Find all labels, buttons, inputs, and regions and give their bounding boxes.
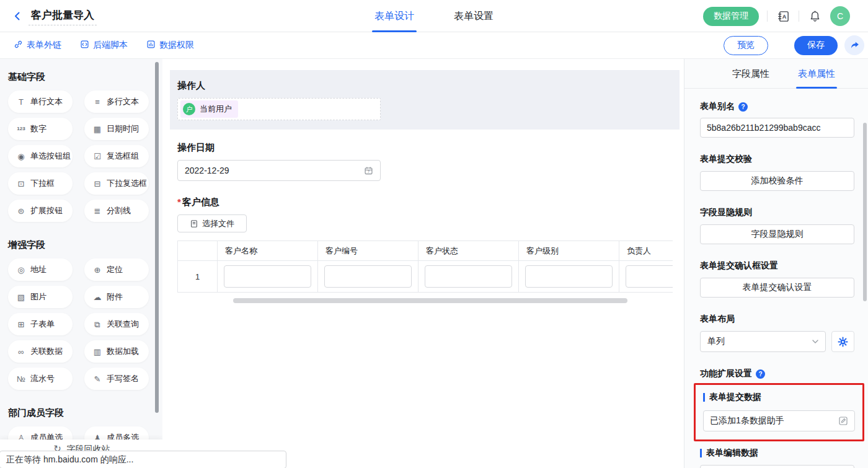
- palette-item-signature[interactable]: ✎手写签名: [84, 368, 149, 390]
- layout-select[interactable]: 单列: [700, 331, 826, 352]
- table-horizontal-scrollbar[interactable]: [233, 298, 627, 303]
- palette-section-title: 基础字段: [8, 71, 162, 83]
- page-title[interactable]: 客户批量导入: [29, 7, 97, 25]
- help-icon[interactable]: ?: [756, 369, 765, 379]
- panel-section-2: 字段显隐规则字段显隐规则: [700, 207, 854, 244]
- palette-item-related-query[interactable]: ⧉关联查询: [84, 313, 149, 335]
- back-button[interactable]: [10, 9, 25, 24]
- file-icon: [190, 219, 198, 228]
- extension-settings-label: 功能扩展设置 ?: [700, 368, 854, 379]
- palette-item-checkbox-group[interactable]: ☑复选框组: [84, 145, 149, 167]
- preview-button[interactable]: 预览: [724, 36, 768, 55]
- palette-item-label: 关联数据: [30, 346, 63, 357]
- palette-item-label: 流水号: [30, 373, 55, 384]
- form-alias-input[interactable]: 5b8a26b211b21299bab9cacc: [700, 118, 854, 138]
- field-operate-date[interactable]: 操作日期 2022-12-29 7: [177, 142, 684, 181]
- table-header-col-1: 客户名称: [218, 241, 318, 261]
- save-button[interactable]: 保存: [794, 36, 838, 55]
- table-cell-input-4[interactable]: [525, 265, 613, 288]
- date-input[interactable]: 2022-12-29 7: [177, 160, 381, 181]
- palette-item-number[interactable]: 123数字: [8, 118, 73, 140]
- palette-item-data-load[interactable]: ▥数据加载: [84, 340, 149, 363]
- panel-section-button[interactable]: 添加校验条件: [700, 171, 854, 191]
- table-cell-input-2[interactable]: [324, 265, 412, 288]
- palette-item-label: 单选按钮组: [30, 151, 71, 162]
- panel-section-title: 字段显隐规则: [700, 207, 854, 218]
- palette-item-location[interactable]: ⊕定位: [84, 258, 149, 281]
- palette-item-label: 图片: [30, 291, 46, 302]
- table-cell-input-3[interactable]: [425, 265, 512, 288]
- palette-item-label: 数字: [30, 123, 46, 135]
- palette-item-serial-number[interactable]: №流水号: [8, 368, 73, 390]
- layout-settings-button[interactable]: [831, 331, 854, 352]
- palette-item-label: 复选框组: [107, 151, 139, 162]
- sidebar-scrollbar[interactable]: [155, 62, 159, 413]
- palette-item-label: 附件: [107, 291, 123, 302]
- help-icon[interactable]: ?: [738, 102, 748, 112]
- palette-item-related-data[interactable]: ∞关联数据: [8, 340, 73, 363]
- palette-item-subform[interactable]: ⊞子表单: [8, 313, 73, 335]
- edit-icon: [838, 416, 848, 426]
- table-header-index: [178, 241, 218, 261]
- data-permission-icon: [146, 40, 156, 51]
- header-tab-1[interactable]: 表单设计: [373, 0, 415, 32]
- palette-item-image[interactable]: ▧图片: [8, 286, 73, 308]
- table-cell-input-1[interactable]: [224, 265, 311, 288]
- palette-item-extend-button[interactable]: ⊜扩展按钮: [8, 200, 73, 222]
- form-layout-label: 表单布局: [700, 314, 854, 325]
- palette-item-radio-group[interactable]: ◉单选按钮组: [8, 145, 73, 167]
- palette-item-single-line-text[interactable]: T单行文本: [8, 91, 73, 113]
- form-canvas: 操作人 户 当前用户 操作日期 2022-12-29 7 *客户信息 选择文件: [162, 59, 684, 468]
- user-avatar[interactable]: C: [830, 6, 850, 26]
- form-designer-page: 客户批量导入 表单设计表单设置 数据管理 A C 表单外链后端脚本数据权限 预览…: [0, 0, 868, 468]
- image-icon: ▧: [16, 293, 26, 301]
- palette-item-attachment[interactable]: ☁附件: [84, 286, 149, 308]
- gear-icon: [838, 337, 848, 347]
- operator-input[interactable]: 户 当前用户: [177, 98, 381, 120]
- palette-item-label: 子表单: [30, 319, 55, 330]
- choose-file-button[interactable]: 选择文件: [177, 214, 247, 232]
- field-operator[interactable]: 操作人 户 当前用户: [170, 70, 680, 130]
- panel-section-title: 表单提交校验: [700, 154, 854, 165]
- panel-scrollbar[interactable]: [863, 123, 867, 301]
- signature-icon: ✎: [92, 375, 102, 383]
- palette-item-multi-select-dropdown[interactable]: ⊟下拉复选框: [84, 172, 149, 195]
- field-customer-info[interactable]: *客户信息 选择文件 客户名称客户编号客户状态客户级别负责人 1: [177, 196, 684, 303]
- palette-item-divider-line[interactable]: ≣分割线: [84, 200, 149, 222]
- palette-item-label: 地址: [30, 264, 46, 275]
- submit-data-value: 已添加1条数据助手: [710, 415, 784, 426]
- header-tab-2[interactable]: 表单设置: [453, 0, 495, 32]
- subform-table: 客户名称客户编号客户状态客户级别负责人 1: [177, 241, 673, 293]
- palette-item-label: 日期时间: [107, 123, 139, 135]
- palette-item-address[interactable]: ◎地址: [8, 258, 73, 281]
- help-docs-icon[interactable]: A: [776, 9, 790, 24]
- toolbar-link-external-link[interactable]: 表单外链: [14, 40, 61, 51]
- panel-tab-2[interactable]: 表单属性: [797, 59, 836, 89]
- panel-tab-1[interactable]: 字段属性: [732, 59, 770, 89]
- share-button[interactable]: [844, 35, 864, 55]
- palette-item-label: 数据加载: [107, 346, 139, 357]
- data-manage-button[interactable]: 数据管理: [703, 7, 759, 26]
- submit-data-assistant[interactable]: 已添加1条数据助手: [703, 410, 855, 431]
- toolbar-link-data-permission[interactable]: 数据权限: [146, 40, 194, 51]
- table-cell-input-5[interactable]: [626, 265, 673, 288]
- external-link-icon: [14, 40, 23, 51]
- palette-sections: 基础字段T单行文本≡多行文本123数字▦日期时间◉单选按钮组☑复选框组⊡下拉框⊟…: [0, 59, 162, 468]
- notification-bell-icon[interactable]: [807, 9, 822, 24]
- subform-table-wrap: 客户名称客户编号客户状态客户级别负责人 1: [177, 241, 673, 293]
- address-icon: ◎: [16, 266, 26, 274]
- panel-section-button[interactable]: 字段显隐规则: [700, 224, 854, 244]
- add-operation-button[interactable]: 添加操作: [700, 465, 854, 468]
- palette-item-select-dropdown[interactable]: ⊡下拉框: [8, 172, 73, 195]
- toolbar-link-backend-script[interactable]: 后端脚本: [80, 40, 128, 51]
- divider: [799, 11, 799, 22]
- palette-section-title: 部门成员字段: [8, 407, 162, 419]
- panel-section-button[interactable]: 表单提交确认设置: [700, 278, 854, 298]
- divider-line-icon: ≣: [92, 207, 102, 215]
- table-row-index: 1: [178, 261, 218, 293]
- form-layout-section: 表单布局 单列: [700, 314, 854, 352]
- palette-item-datetime[interactable]: ▦日期时间: [84, 118, 149, 140]
- data-load-icon: ▥: [92, 348, 102, 356]
- header-actions: 数据管理 A C: [703, 0, 850, 32]
- palette-item-multi-line-text[interactable]: ≡多行文本: [84, 91, 149, 113]
